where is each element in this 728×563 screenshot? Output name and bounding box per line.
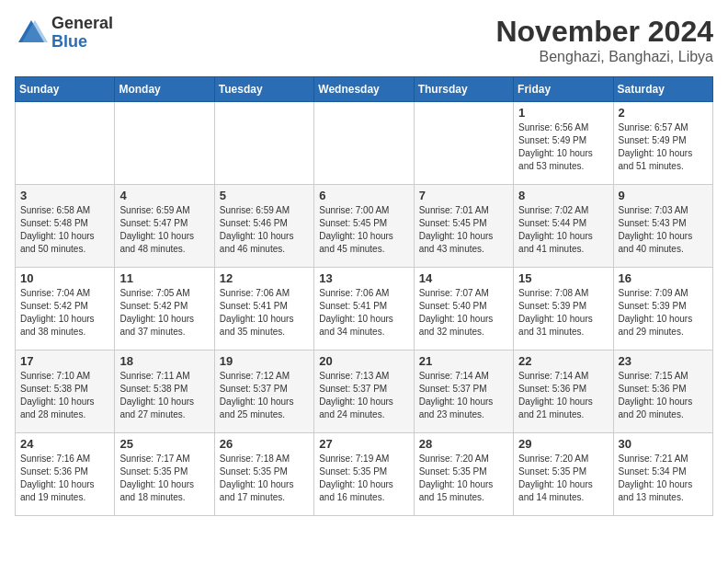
day-number: 15 [518,271,608,285]
calendar-cell: 19Sunrise: 7:12 AM Sunset: 5:37 PM Dayli… [214,350,313,433]
day-info: Sunrise: 7:16 AM Sunset: 5:36 PM Dayligh… [20,453,109,504]
title-block: November 2024 Benghazi, Banghazi, Libya [495,15,713,65]
day-info: Sunrise: 7:20 AM Sunset: 5:35 PM Dayligh… [419,453,508,504]
day-info: Sunrise: 6:59 AM Sunset: 5:47 PM Dayligh… [119,204,209,256]
calendar-cell [314,102,414,185]
day-info: Sunrise: 6:57 AM Sunset: 5:49 PM Dayligh… [619,121,708,173]
day-number: 29 [518,437,608,451]
day-number: 20 [319,354,408,368]
calendar-cell: 29Sunrise: 7:20 AM Sunset: 5:35 PM Dayli… [514,433,613,516]
day-number: 27 [319,437,408,451]
calendar-cell: 9Sunrise: 7:03 AM Sunset: 5:43 PM Daylig… [613,185,712,268]
calendar-cell: 12Sunrise: 7:06 AM Sunset: 5:41 PM Dayli… [214,268,313,350]
day-number: 30 [619,437,708,451]
day-info: Sunrise: 7:17 AM Sunset: 5:35 PM Dayligh… [119,453,209,504]
day-info: Sunrise: 7:05 AM Sunset: 5:42 PM Dayligh… [119,287,209,339]
calendar-header-wednesday: Wednesday [314,77,414,102]
calendar-cell: 1Sunrise: 6:56 AM Sunset: 5:49 PM Daylig… [514,102,613,185]
day-number: 14 [419,271,508,285]
day-number: 21 [419,354,508,368]
day-number: 22 [518,354,608,368]
calendar-cell: 3Sunrise: 6:58 AM Sunset: 5:48 PM Daylig… [16,185,115,268]
day-number: 26 [220,437,309,451]
day-number: 8 [518,189,608,202]
logo-text: General Blue [51,15,113,52]
day-info: Sunrise: 7:14 AM Sunset: 5:37 PM Dayligh… [419,370,508,421]
calendar-week-row: 17Sunrise: 7:10 AM Sunset: 5:38 PM Dayli… [16,350,713,433]
day-number: 9 [619,189,708,202]
calendar-week-row: 10Sunrise: 7:04 AM Sunset: 5:42 PM Dayli… [16,268,713,350]
day-number: 10 [20,271,109,285]
calendar-cell: 25Sunrise: 7:17 AM Sunset: 5:35 PM Dayli… [115,433,214,516]
day-info: Sunrise: 7:10 AM Sunset: 5:38 PM Dayligh… [20,370,109,421]
day-number: 18 [119,354,209,368]
calendar-cell: 14Sunrise: 7:07 AM Sunset: 5:40 PM Dayli… [414,268,513,350]
calendar-cell: 11Sunrise: 7:05 AM Sunset: 5:42 PM Dayli… [115,268,214,350]
day-number: 17 [20,354,109,368]
day-number: 12 [220,271,309,285]
day-number: 2 [619,106,708,120]
day-number: 28 [419,437,508,451]
calendar-header-row: SundayMondayTuesdayWednesdayThursdayFrid… [16,77,713,102]
day-number: 3 [20,189,109,202]
day-info: Sunrise: 7:06 AM Sunset: 5:41 PM Dayligh… [220,287,309,339]
calendar-cell [16,102,115,185]
day-info: Sunrise: 7:04 AM Sunset: 5:42 PM Dayligh… [20,287,109,339]
day-info: Sunrise: 7:06 AM Sunset: 5:41 PM Dayligh… [319,287,408,339]
calendar-cell: 6Sunrise: 7:00 AM Sunset: 5:45 PM Daylig… [314,185,414,268]
day-info: Sunrise: 7:09 AM Sunset: 5:39 PM Dayligh… [619,287,708,339]
logo-general: General [51,14,113,32]
day-info: Sunrise: 7:20 AM Sunset: 5:35 PM Dayligh… [518,453,608,504]
day-number: 23 [619,354,708,368]
calendar-cell: 24Sunrise: 7:16 AM Sunset: 5:36 PM Dayli… [16,433,115,516]
month-title: November 2024 [495,15,713,49]
day-info: Sunrise: 7:21 AM Sunset: 5:34 PM Dayligh… [619,453,708,504]
day-number: 7 [419,189,508,202]
calendar-cell: 28Sunrise: 7:20 AM Sunset: 5:35 PM Dayli… [414,433,513,516]
day-info: Sunrise: 7:13 AM Sunset: 5:37 PM Dayligh… [319,370,408,421]
calendar-week-row: 3Sunrise: 6:58 AM Sunset: 5:48 PM Daylig… [16,185,713,268]
calendar-header-thursday: Thursday [414,77,513,102]
calendar-cell: 10Sunrise: 7:04 AM Sunset: 5:42 PM Dayli… [16,268,115,350]
logo-blue: Blue [51,32,87,51]
day-number: 6 [319,189,408,202]
location: Benghazi, Banghazi, Libya [495,49,713,65]
calendar-cell: 7Sunrise: 7:01 AM Sunset: 5:45 PM Daylig… [414,185,513,268]
calendar-cell: 26Sunrise: 7:18 AM Sunset: 5:35 PM Dayli… [214,433,313,516]
day-number: 19 [220,354,309,368]
calendar-cell: 30Sunrise: 7:21 AM Sunset: 5:34 PM Dayli… [613,433,712,516]
day-number: 1 [518,106,608,120]
day-info: Sunrise: 7:15 AM Sunset: 5:36 PM Dayligh… [619,370,708,421]
calendar-header-friday: Friday [514,77,613,102]
day-number: 4 [119,189,209,202]
day-info: Sunrise: 7:01 AM Sunset: 5:45 PM Dayligh… [419,204,508,256]
calendar-table: SundayMondayTuesdayWednesdayThursdayFrid… [15,76,713,516]
day-info: Sunrise: 7:11 AM Sunset: 5:38 PM Dayligh… [119,370,209,421]
calendar-cell: 5Sunrise: 6:59 AM Sunset: 5:46 PM Daylig… [214,185,313,268]
calendar-cell: 18Sunrise: 7:11 AM Sunset: 5:38 PM Dayli… [115,350,214,433]
calendar-cell: 17Sunrise: 7:10 AM Sunset: 5:38 PM Dayli… [16,350,115,433]
calendar-cell: 2Sunrise: 6:57 AM Sunset: 5:49 PM Daylig… [613,102,712,185]
calendar-cell: 27Sunrise: 7:19 AM Sunset: 5:35 PM Dayli… [314,433,414,516]
calendar-week-row: 24Sunrise: 7:16 AM Sunset: 5:36 PM Dayli… [16,433,713,516]
logo: General Blue [15,15,113,52]
day-info: Sunrise: 7:08 AM Sunset: 5:39 PM Dayligh… [518,287,608,339]
day-number: 13 [319,271,408,285]
calendar-header-saturday: Saturday [613,77,712,102]
day-number: 25 [119,437,209,451]
day-info: Sunrise: 7:02 AM Sunset: 5:44 PM Dayligh… [518,204,608,256]
day-info: Sunrise: 7:19 AM Sunset: 5:35 PM Dayligh… [319,453,408,504]
calendar-cell [115,102,214,185]
calendar-cell: 15Sunrise: 7:08 AM Sunset: 5:39 PM Dayli… [514,268,613,350]
page-header: General Blue November 2024 Benghazi, Ban… [15,15,713,65]
day-info: Sunrise: 6:58 AM Sunset: 5:48 PM Dayligh… [20,204,109,256]
day-info: Sunrise: 7:03 AM Sunset: 5:43 PM Dayligh… [619,204,708,256]
calendar-cell: 4Sunrise: 6:59 AM Sunset: 5:47 PM Daylig… [115,185,214,268]
calendar-cell: 23Sunrise: 7:15 AM Sunset: 5:36 PM Dayli… [613,350,712,433]
calendar-cell: 20Sunrise: 7:13 AM Sunset: 5:37 PM Dayli… [314,350,414,433]
logo-icon [15,17,48,50]
day-info: Sunrise: 7:14 AM Sunset: 5:36 PM Dayligh… [518,370,608,421]
calendar-cell: 8Sunrise: 7:02 AM Sunset: 5:44 PM Daylig… [514,185,613,268]
calendar-header-tuesday: Tuesday [214,77,313,102]
day-number: 11 [119,271,209,285]
